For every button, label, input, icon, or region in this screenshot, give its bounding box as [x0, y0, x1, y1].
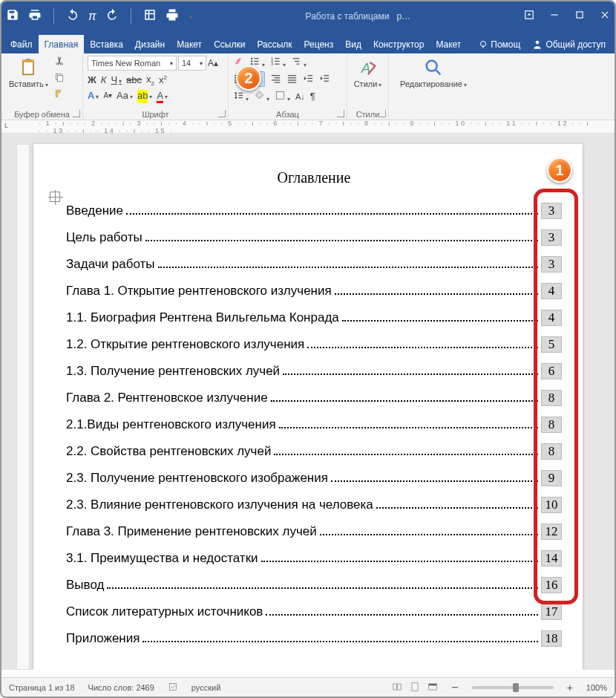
proofing-icon[interactable] — [168, 682, 178, 694]
justify-button[interactable] — [286, 73, 298, 85]
toc-page-cell[interactable]: 8 — [541, 417, 562, 433]
maximize-icon[interactable] — [574, 10, 585, 23]
toc-row[interactable]: 2.1.Виды рентгеновского излучения8 — [66, 417, 562, 433]
toc-page-cell[interactable]: 4 — [541, 283, 562, 299]
align-left-button[interactable] — [233, 73, 244, 85]
toc-page-cell[interactable]: 3 — [541, 256, 562, 273]
toc-page-cell[interactable]: 18 — [541, 630, 562, 647]
text-effects-button[interactable]: A — [88, 90, 99, 101]
tab-insert[interactable]: Вставка — [84, 35, 129, 53]
toc-row[interactable]: Вывод16 — [66, 577, 562, 593]
close-icon[interactable] — [600, 10, 610, 23]
toc-row[interactable]: 1.1. Биография Рентгена Вильгельма Конра… — [66, 310, 562, 326]
increase-indent-button[interactable] — [319, 73, 330, 85]
toc-page-cell[interactable]: 10 — [541, 497, 562, 513]
italic-button[interactable]: К — [101, 74, 107, 85]
toc-row[interactable]: 2.3. Влияние рентгеновского излучения на… — [66, 497, 562, 513]
zoom-slider[interactable] — [472, 686, 554, 689]
font-launcher-icon[interactable] — [218, 110, 226, 117]
tab-references[interactable]: Ссылки — [208, 35, 251, 53]
status-words[interactable]: Число слов: 2469 — [88, 683, 154, 692]
align-center-button[interactable] — [249, 71, 265, 87]
zoom-out-button[interactable]: − — [451, 681, 458, 694]
toc-row[interactable]: Приложения18 — [66, 630, 562, 647]
borders-button[interactable] — [275, 90, 290, 102]
web-layout-icon[interactable] — [427, 682, 438, 694]
toc-row[interactable]: Введение3 — [66, 203, 562, 219]
grow-font-icon[interactable]: A▴ — [208, 58, 218, 68]
strike-button[interactable]: abc — [126, 74, 142, 85]
print-layout-icon[interactable] — [410, 682, 420, 694]
line-spacing-button[interactable] — [233, 90, 249, 102]
undo-icon[interactable] — [66, 8, 79, 25]
multilevel-button[interactable] — [291, 56, 307, 68]
toc-row[interactable]: 1.2. Открытие рентгеновского излучения 5 — [66, 336, 562, 353]
tell-me[interactable]: Помощ — [473, 35, 526, 53]
tab-mailings[interactable]: Рассылк — [251, 35, 298, 53]
toc-row[interactable]: Цель работы3 — [66, 229, 562, 246]
minimize-icon[interactable] — [549, 10, 560, 23]
toc-row[interactable]: 2.2. Свойства рентгеновских лучей8 — [66, 443, 562, 460]
toc-page-cell[interactable]: 6 — [541, 363, 562, 379]
status-language[interactable]: русский — [191, 683, 220, 692]
toc-page-cell[interactable]: 3 — [541, 203, 562, 219]
editing-button[interactable]: Редактирование — [393, 56, 474, 90]
vertical-ruler[interactable] — [16, 144, 30, 670]
paste-button[interactable]: Вставить — [6, 56, 51, 90]
redo-icon[interactable] — [105, 8, 119, 25]
horizontal-ruler[interactable]: L · 1 · ı · · · 2 · · · ı · 3 · · ı · · … — [1, 120, 615, 134]
toc-row[interactable]: Список литературных источников17 — [66, 604, 562, 620]
superscript-button[interactable]: x2 — [159, 74, 167, 85]
toc-page-cell[interactable]: 14 — [541, 550, 562, 567]
toc-row[interactable]: 3.1. Преимущества и недостатки14 — [66, 550, 562, 567]
tab-review[interactable]: Реценз — [298, 35, 340, 53]
highlight-button[interactable]: ab — [137, 90, 152, 101]
table-icon[interactable] — [143, 8, 157, 25]
bold-button[interactable]: Ж — [88, 74, 96, 85]
copy-icon[interactable] — [54, 72, 65, 84]
toc-page-cell[interactable]: 17 — [541, 604, 562, 620]
toc-row[interactable]: Глава 3. Применение рентгеновских лучей1… — [66, 524, 562, 540]
toc-page-cell[interactable]: 5 — [541, 336, 562, 353]
tab-file[interactable]: Файл — [4, 35, 39, 53]
font-name-combo[interactable]: Times New Roman▾ — [88, 56, 177, 71]
styles-button[interactable]: A Стили — [352, 56, 384, 90]
tab-view[interactable]: Вид — [339, 35, 367, 53]
toc-row[interactable]: Глава 1. Открытие рентгеновского излучен… — [66, 283, 562, 299]
font-color-button[interactable]: A — [157, 90, 168, 101]
bullets-button[interactable] — [249, 56, 265, 68]
format-painter-icon[interactable] — [54, 88, 65, 100]
tab-home[interactable]: Главная — [39, 35, 85, 53]
underline-button[interactable]: Ч — [111, 74, 122, 85]
toc-row[interactable]: Задачи работы3 — [66, 256, 562, 273]
tab-layout[interactable]: Макет — [171, 35, 208, 53]
cut-icon[interactable] — [54, 56, 65, 68]
toc-page-cell[interactable]: 3 — [541, 229, 562, 246]
tab-table-layout[interactable]: Макет — [430, 35, 467, 53]
zoom-in-button[interactable]: + — [567, 682, 573, 694]
subscript-button[interactable]: x2 — [146, 74, 154, 87]
quick-print-icon[interactable] — [166, 8, 179, 25]
change-case-button[interactable]: Aa — [117, 90, 133, 101]
styles-launcher-icon[interactable] — [379, 110, 386, 117]
page[interactable]: Оглавление Введение3 Цель работы3Задачи … — [33, 144, 583, 670]
tab-table-design[interactable]: Конструктор — [367, 35, 430, 53]
shading-button[interactable] — [254, 90, 269, 102]
numbering-button[interactable]: 123 — [270, 56, 286, 68]
shrink-font-icon[interactable]: A▾ — [103, 91, 112, 100]
toc-row[interactable]: 2.3. Получение рентгеновского изображени… — [66, 470, 562, 486]
save-icon[interactable] — [6, 8, 19, 25]
paragraph-launcher-icon[interactable] — [337, 110, 344, 117]
toc-page-cell[interactable]: 4 — [541, 310, 562, 326]
toc-page-cell[interactable]: 16 — [541, 577, 562, 593]
toc-page-cell[interactable]: 12 — [541, 524, 562, 540]
toc-page-cell[interactable]: 8 — [541, 390, 562, 406]
toc-page-cell[interactable]: 9 — [541, 470, 562, 486]
toc-row[interactable]: 1.3. Получение рентгеновских лучей6 — [66, 363, 562, 379]
equation-icon[interactable]: π — [88, 10, 96, 23]
share-button[interactable]: Общий доступ — [526, 35, 612, 53]
tab-design[interactable]: Дизайн — [129, 35, 171, 53]
ribbon-options-icon[interactable] — [524, 10, 534, 23]
status-page[interactable]: Страница 1 из 18 — [9, 683, 75, 692]
print-icon[interactable] — [28, 8, 42, 25]
